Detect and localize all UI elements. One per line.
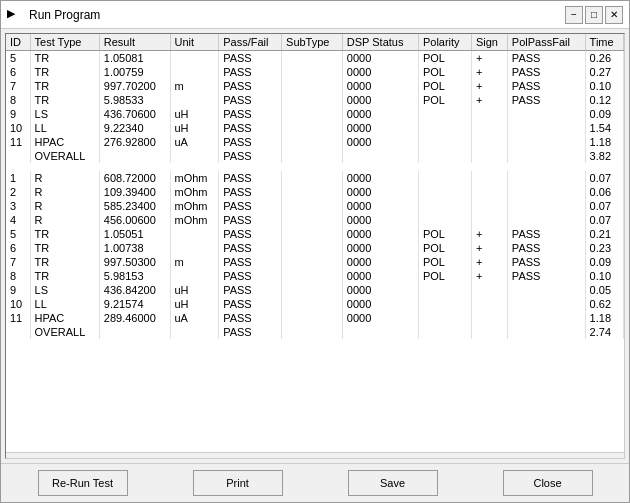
cell-polpassfail: PASS bbox=[507, 269, 585, 283]
cell-time: 1.18 bbox=[585, 135, 623, 149]
table-row: 5TR1.05081PASS0000POL+PASS0.26 bbox=[6, 51, 624, 66]
cell-type: TR bbox=[30, 255, 99, 269]
cell-sign bbox=[471, 185, 507, 199]
cell-unit bbox=[170, 65, 219, 79]
cell-id: 2 bbox=[6, 185, 30, 199]
cell-time: 0.26 bbox=[585, 51, 623, 66]
table-row: 10LL9.22340uHPASS00001.54 bbox=[6, 121, 624, 135]
cell-subtype bbox=[282, 283, 343, 297]
cell-subtype bbox=[282, 241, 343, 255]
cell-sign: + bbox=[471, 255, 507, 269]
cell-time: 0.07 bbox=[585, 199, 623, 213]
cell-id: 7 bbox=[6, 79, 30, 93]
cell-dsp: 0000 bbox=[342, 107, 418, 121]
close-button[interactable]: ✕ bbox=[605, 6, 623, 24]
maximize-button[interactable]: □ bbox=[585, 6, 603, 24]
cell-time: 0.27 bbox=[585, 65, 623, 79]
cell-dsp: 0000 bbox=[342, 93, 418, 107]
cell-result: 436.70600 bbox=[99, 107, 170, 121]
cell-type: TR bbox=[30, 227, 99, 241]
cell-polarity bbox=[418, 311, 471, 325]
cell-time: 0.07 bbox=[585, 171, 623, 185]
cell-subtype bbox=[282, 93, 343, 107]
cell-passfail: PASS bbox=[219, 93, 282, 107]
cell-result: 9.22340 bbox=[99, 121, 170, 135]
cell-id: 3 bbox=[6, 199, 30, 213]
cell-unit bbox=[170, 325, 219, 339]
rerun-test-button[interactable]: Re-Run Test bbox=[38, 470, 128, 496]
cell-passfail: PASS bbox=[219, 283, 282, 297]
cell-passfail: PASS bbox=[219, 79, 282, 93]
cell-unit: mOhm bbox=[170, 199, 219, 213]
cell-result bbox=[99, 325, 170, 339]
cell-unit: m bbox=[170, 255, 219, 269]
cell-polpassfail bbox=[507, 121, 585, 135]
cell-polarity: POL bbox=[418, 51, 471, 66]
run-program-window: ▶ Run Program − □ ✕ ID Test Type Result … bbox=[0, 0, 630, 503]
cell-subtype bbox=[282, 121, 343, 135]
cell-polpassfail bbox=[507, 149, 585, 163]
cell-subtype bbox=[282, 227, 343, 241]
cell-result: 276.92800 bbox=[99, 135, 170, 149]
cell-polpassfail: PASS bbox=[507, 255, 585, 269]
cell-dsp: 0000 bbox=[342, 241, 418, 255]
cell-passfail: PASS bbox=[219, 199, 282, 213]
cell-subtype bbox=[282, 255, 343, 269]
table-container[interactable]: ID Test Type Result Unit Pass/Fail SubTy… bbox=[6, 34, 624, 452]
cell-dsp: 0000 bbox=[342, 199, 418, 213]
table-row: 3R585.23400mOhmPASS00000.07 bbox=[6, 199, 624, 213]
cell-dsp: 0000 bbox=[342, 269, 418, 283]
cell-polarity: POL bbox=[418, 255, 471, 269]
cell-type: LS bbox=[30, 107, 99, 121]
cell-result: 997.50300 bbox=[99, 255, 170, 269]
cell-type: LL bbox=[30, 297, 99, 311]
cell-polpassfail bbox=[507, 171, 585, 185]
cell-subtype bbox=[282, 185, 343, 199]
cell-type: R bbox=[30, 199, 99, 213]
cell-polpassfail bbox=[507, 135, 585, 149]
cell-time: 0.62 bbox=[585, 297, 623, 311]
cell-dsp: 0000 bbox=[342, 227, 418, 241]
cell-type: TR bbox=[30, 241, 99, 255]
table-row: 10LL9.21574uHPASS00000.62 bbox=[6, 297, 624, 311]
cell-sign bbox=[471, 199, 507, 213]
cell-subtype bbox=[282, 199, 343, 213]
cell-result: 456.00600 bbox=[99, 213, 170, 227]
cell-passfail: PASS bbox=[219, 149, 282, 163]
cell-sign bbox=[471, 121, 507, 135]
cell-polarity: POL bbox=[418, 269, 471, 283]
scrollbar-area bbox=[6, 452, 624, 458]
cell-id: 10 bbox=[6, 121, 30, 135]
cell-passfail: PASS bbox=[219, 185, 282, 199]
close-button[interactable]: Close bbox=[503, 470, 593, 496]
cell-id bbox=[6, 325, 30, 339]
cell-polpassfail bbox=[507, 185, 585, 199]
cell-polpassfail: PASS bbox=[507, 51, 585, 66]
cell-polarity: POL bbox=[418, 79, 471, 93]
cell-result: 9.21574 bbox=[99, 297, 170, 311]
cell-passfail: PASS bbox=[219, 171, 282, 185]
cell-id: 10 bbox=[6, 297, 30, 311]
print-button[interactable]: Print bbox=[193, 470, 283, 496]
cell-unit bbox=[170, 227, 219, 241]
table-row: 8TR5.98153PASS0000POL+PASS0.10 bbox=[6, 269, 624, 283]
cell-polarity bbox=[418, 199, 471, 213]
cell-dsp: 0000 bbox=[342, 51, 418, 66]
table-row: 2R109.39400mOhmPASS00000.06 bbox=[6, 185, 624, 199]
cell-sign bbox=[471, 283, 507, 297]
cell-time: 0.06 bbox=[585, 185, 623, 199]
col-sign: Sign bbox=[471, 34, 507, 51]
cell-type: HPAC bbox=[30, 311, 99, 325]
cell-sign: + bbox=[471, 269, 507, 283]
cell-type: R bbox=[30, 213, 99, 227]
cell-time: 0.23 bbox=[585, 241, 623, 255]
cell-sign: + bbox=[471, 241, 507, 255]
save-button[interactable]: Save bbox=[348, 470, 438, 496]
cell-unit bbox=[170, 269, 219, 283]
cell-dsp: 0000 bbox=[342, 297, 418, 311]
cell-polpassfail bbox=[507, 311, 585, 325]
cell-type: TR bbox=[30, 79, 99, 93]
minimize-button[interactable]: − bbox=[565, 6, 583, 24]
cell-type: LS bbox=[30, 283, 99, 297]
cell-polarity bbox=[418, 171, 471, 185]
